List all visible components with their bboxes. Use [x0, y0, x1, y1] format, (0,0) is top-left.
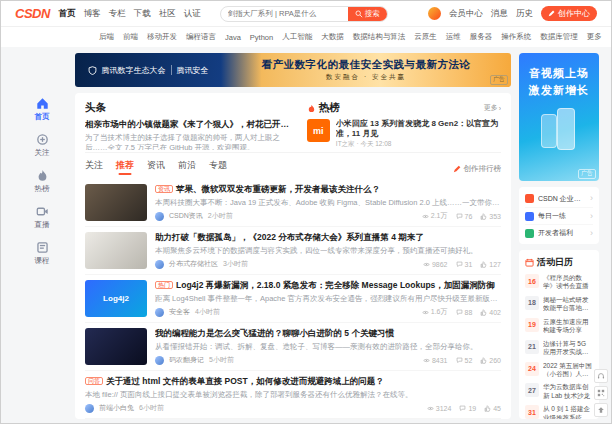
nav-item-blog[interactable]: 博客 — [84, 8, 101, 20]
user-avatar[interactable] — [428, 7, 441, 20]
quick-link-practice[interactable]: 每日一练 › — [525, 207, 593, 224]
search-input[interactable] — [221, 9, 348, 18]
csdn-logo[interactable]: CSDN — [15, 6, 50, 21]
event-title: 《程序员的数学》读书会直播 — [543, 274, 593, 291]
qr-code-button[interactable] — [594, 386, 608, 400]
search-button[interactable]: 搜索 — [348, 7, 387, 21]
hot-list-more-link[interactable]: 更多› — [484, 103, 501, 113]
tab-news[interactable]: 资讯 — [147, 159, 165, 174]
sidebar-ad-line2: 激发新增长 — [525, 82, 593, 99]
shield-icon — [88, 66, 97, 75]
event-date: 19 — [525, 318, 539, 332]
event-date: 31 — [525, 405, 539, 419]
banner-ad[interactable]: 腾讯数字生态大会 腾讯安全 看产业数字化的最佳安全实践与最新方法论 数安融合 ·… — [75, 53, 511, 87]
event-title: 云原生加速应用构建专场分享 — [543, 318, 593, 335]
author-link[interactable]: 码农翻身记 — [169, 355, 204, 365]
quick-link-benefits[interactable]: 开发者福利 › — [525, 224, 593, 241]
sidebar-item-home[interactable]: 首页 — [35, 97, 50, 122]
creator-rank-link[interactable]: 创作排行榜 — [453, 164, 502, 174]
author-link[interactable]: 分布式存储社区 — [169, 259, 218, 269]
feed-desc: 本周科技圈大事不断：Java 19 正式发布、Adobe 收购 Figma、St… — [155, 198, 501, 208]
calendar-event[interactable]: 19 云原生加速应用构建专场分享 — [525, 318, 593, 335]
calendar-event[interactable]: 21 边缘计算与 5G 应用开发实战（WCCS·北京） — [525, 340, 593, 357]
calendar-event[interactable]: 31 从 0 到 1 搭建企业级推荐系统公开课 — [525, 405, 593, 419]
feed-item[interactable]: Log4j2 热门Log4j2 再爆新漏洞，2.18.0 紧急发布：完全移除 M… — [85, 275, 501, 323]
tab-follow[interactable]: 关注 — [85, 159, 103, 174]
feed-item[interactable]: 问答关于通过 html 文件的表单直接 POST，如何修改进而规避跨域上的问题？… — [85, 371, 501, 419]
banner-brand-left: 腾讯数字生态大会 — [102, 65, 166, 76]
feed-title: 资讯苹果、微软双双发布重磅更新，开发者最该关注什么？ — [155, 184, 501, 196]
chevron-right-icon: › — [590, 194, 593, 203]
messages-link[interactable]: 消息 — [491, 8, 508, 20]
hot-list-item[interactable]: mi 小米回应 13 系列首发骁龙 8 Gen2：以官宣为准，11 月见 IT之… — [307, 119, 501, 149]
calendar-event[interactable]: 18 揭秘一站式研发效能平台落地实践 — [525, 296, 593, 313]
category-item[interactable]: Python — [250, 33, 273, 42]
quick-links-card: CSDN 企业服务 › 每日一练 › 开发者福利 › — [519, 187, 599, 244]
main-card: 头条 相亲市场中的小镇做题家《来了个狠人》，村花已开源！ 为了当技术博主的妹子选… — [75, 93, 511, 419]
sidebar-item-follow[interactable]: 关注 — [35, 133, 50, 158]
hot-list-section: 热榜 更多› mi 小米回应 13 系列首发骁龙 8 Gen2：以官宣为准，11… — [307, 101, 501, 150]
nav-item-cert[interactable]: 认证 — [184, 8, 201, 20]
author-link[interactable]: 前端小白兔 — [99, 403, 134, 413]
top-columns: 头条 相亲市场中的小镇做题家《来了个狠人》，村花已开源！ 为了当技术博主的妹子选… — [85, 101, 501, 150]
author-link[interactable]: CSDN资讯 — [169, 211, 203, 221]
category-item[interactable]: 运维 — [446, 32, 461, 42]
tab-frontier[interactable]: 前沿 — [178, 159, 196, 174]
banner-brand: 腾讯数字生态大会 腾讯安全 — [75, 53, 221, 87]
quick-link-enterprise[interactable]: CSDN 企业服务 › — [525, 190, 593, 207]
category-item[interactable]: 移动开发 — [147, 32, 177, 42]
eye-icon — [423, 357, 430, 364]
event-date: 16 — [525, 274, 539, 288]
sidebar-item-label: 课程 — [35, 256, 50, 266]
sidebar-item-course[interactable]: 课程 — [35, 241, 50, 266]
feed-title: 助力打破「数据孤岛」，《2022 分布式存储大会》系列直播第 4 期来了 — [155, 232, 501, 244]
member-center-link[interactable]: 会员中心 — [449, 8, 483, 20]
sidebar-item-hot[interactable]: 热榜 — [35, 169, 50, 194]
feed-thumbnail: Log4j2 — [85, 280, 147, 317]
feed-item[interactable]: 助力打破「数据孤岛」，《2022 分布式存储大会》系列直播第 4 期来了 本期聚… — [85, 227, 501, 275]
nav-item-download[interactable]: 下载 — [134, 8, 151, 20]
feed-item[interactable]: 资讯苹果、微软双双发布重磅更新，开发者最该关注什么？ 本周科技圈大事不断：Jav… — [85, 179, 501, 227]
nav-item-community[interactable]: 社区 — [159, 8, 176, 20]
chevron-right-icon: › — [590, 229, 593, 238]
calendar-event[interactable]: 27 华为云数据库创新 Lab 技术沙龙 — [525, 383, 593, 400]
category-item[interactable]: 服务器 — [470, 32, 493, 42]
category-item[interactable]: 操作系统 — [501, 32, 531, 42]
left-sidebar: 首页 关注 热榜 直播 课程 — [17, 53, 67, 419]
calendar-event[interactable]: 24 2022 第五届中国（小谷围）人工智能创新创业大赛 — [525, 362, 593, 379]
category-item[interactable]: Java — [225, 33, 241, 42]
author-link[interactable]: 安全客 — [169, 307, 190, 317]
category-item[interactable]: 数据结构与算法 — [353, 32, 406, 42]
category-item-more[interactable]: 更多 — [587, 32, 602, 42]
sidebar-item-live[interactable]: 直播 — [35, 205, 50, 230]
featured-headline[interactable]: 相亲市场中的小镇做题家《来了个狠人》，村花已开源！ 为了当技术博主的妹子选择了做… — [85, 119, 291, 150]
feed-tag: 热门 — [155, 281, 173, 289]
feed-desc: 本地 file:// 页面向线上接口提交表单被浏览器拦截，除了部署到服务器还有什… — [85, 390, 501, 400]
banner-divider — [171, 65, 172, 75]
like-icon — [484, 405, 491, 412]
category-item[interactable]: 编程语言 — [186, 32, 216, 42]
category-item[interactable]: 数据库管理 — [540, 32, 578, 42]
back-to-top-button[interactable] — [594, 403, 608, 417]
feed-time: 5小时前 — [209, 355, 234, 365]
quick-link-label: 每日一练 — [538, 211, 586, 221]
customer-service-button[interactable] — [594, 369, 608, 383]
benefits-icon — [525, 229, 534, 238]
history-link[interactable]: 历史 — [516, 8, 533, 20]
tab-recommend[interactable]: 推荐 — [116, 159, 134, 174]
pencil-icon — [548, 10, 555, 17]
hot-item-meta: IT之家 · 今天 12:08 — [336, 140, 501, 149]
nav-item-home[interactable]: 首页 — [59, 8, 76, 20]
sidebar-ad[interactable]: 音视频上场 激发新增长 广告 — [519, 53, 599, 181]
nav-item-column[interactable]: 专栏 — [109, 8, 126, 20]
calendar-event[interactable]: 16 《程序员的数学》读书会直播 — [525, 274, 593, 291]
category-item[interactable]: 大数据 — [321, 32, 344, 42]
tab-topics[interactable]: 专题 — [209, 159, 227, 174]
category-item[interactable]: 人工智能 — [282, 32, 312, 42]
event-title: 从 0 到 1 搭建企业级推荐系统公开课 — [543, 405, 593, 419]
feed-item[interactable]: 我的编程能力是怎么突飞猛进的？聊聊小白进阶的 5 个关键习惯 从看懂报错开始：调… — [85, 323, 501, 371]
create-center-button[interactable]: 创作中心 — [541, 6, 597, 21]
category-item[interactable]: 前端 — [123, 32, 138, 42]
category-item[interactable]: 后端 — [99, 32, 114, 42]
category-item[interactable]: 云原生 — [414, 32, 437, 42]
